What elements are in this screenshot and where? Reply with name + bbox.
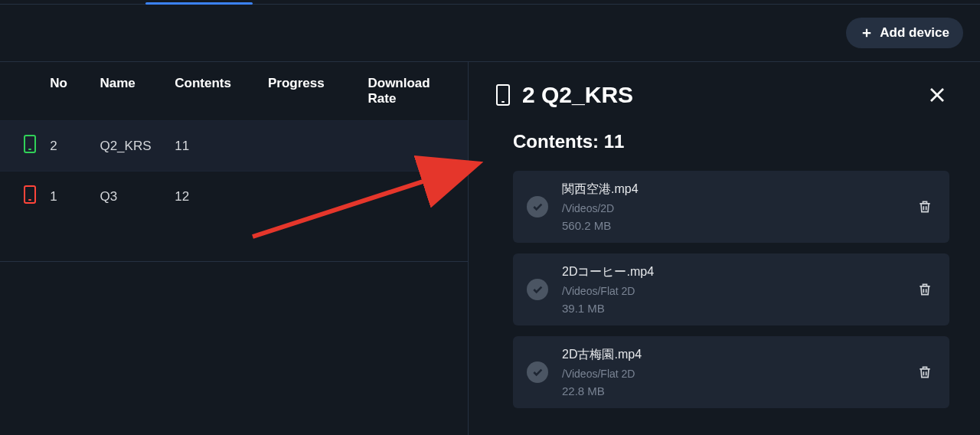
file-path: /Videos/Flat 2D bbox=[562, 285, 900, 297]
device-table-panel: No Name Contents Progress Download Rate … bbox=[0, 61, 469, 435]
delete-button[interactable] bbox=[914, 196, 936, 218]
add-device-button[interactable]: Add device bbox=[846, 18, 963, 48]
active-tab-indicator bbox=[145, 2, 253, 5]
detail-panel: 2 Q2_KRS Contents: 11 関西空港.mp4 /Videos/2… bbox=[469, 61, 980, 435]
cell-no: 1 bbox=[50, 172, 100, 222]
table-row[interactable]: 2 Q2_KRS 11 bbox=[0, 121, 468, 172]
col-name: Name bbox=[100, 62, 175, 121]
phone-icon bbox=[24, 135, 36, 153]
delete-button[interactable] bbox=[914, 361, 936, 383]
file-name: 2D古梅園.mp4 bbox=[562, 347, 900, 363]
cell-no: 2 bbox=[50, 121, 100, 172]
file-list: 関西空港.mp4 /Videos/2D 560.2 MB 2Dコーヒー.mp4 … bbox=[513, 171, 949, 408]
trash-icon bbox=[917, 365, 933, 380]
col-download-rate: Download Rate bbox=[368, 62, 468, 121]
file-size: 560.2 MB bbox=[562, 219, 900, 232]
file-name: 2Dコーヒー.mp4 bbox=[562, 264, 900, 280]
phone-icon bbox=[24, 185, 36, 204]
close-button[interactable] bbox=[925, 83, 949, 107]
device-table: No Name Contents Progress Download Rate … bbox=[0, 62, 468, 221]
phone-icon bbox=[496, 84, 510, 106]
list-item[interactable]: 2D古梅園.mp4 /Videos/Flat 2D 22.8 MB bbox=[513, 336, 949, 408]
cell-contents: 11 bbox=[175, 121, 268, 172]
trash-icon bbox=[917, 282, 933, 297]
cell-name: Q3 bbox=[100, 172, 175, 222]
check-circle-icon bbox=[527, 361, 548, 383]
check-circle-icon bbox=[527, 196, 548, 218]
detail-title: 2 Q2_KRS bbox=[522, 82, 633, 108]
col-progress: Progress bbox=[268, 62, 368, 121]
list-item[interactable]: 関西空港.mp4 /Videos/2D 560.2 MB bbox=[513, 171, 949, 243]
file-path: /Videos/2D bbox=[562, 202, 900, 214]
toolbar: Add device bbox=[0, 5, 980, 61]
cell-name: Q2_KRS bbox=[100, 121, 175, 172]
trash-icon bbox=[917, 199, 933, 214]
tab-strip bbox=[0, 0, 980, 5]
col-contents: Contents bbox=[175, 62, 268, 121]
contents-count-label: Contents: 11 bbox=[513, 131, 952, 152]
add-device-label: Add device bbox=[880, 25, 949, 41]
file-size: 22.8 MB bbox=[562, 384, 900, 397]
file-name: 関西空港.mp4 bbox=[562, 182, 900, 198]
close-icon bbox=[925, 83, 949, 107]
cell-contents: 12 bbox=[175, 172, 268, 222]
table-row[interactable]: 1 Q3 12 bbox=[0, 172, 468, 222]
file-size: 39.1 MB bbox=[562, 302, 900, 315]
delete-button[interactable] bbox=[914, 279, 936, 300]
plus-icon bbox=[860, 26, 874, 40]
check-circle-icon bbox=[527, 279, 548, 300]
list-item[interactable]: 2Dコーヒー.mp4 /Videos/Flat 2D 39.1 MB bbox=[513, 253, 949, 325]
col-no: No bbox=[50, 62, 100, 121]
file-path: /Videos/Flat 2D bbox=[562, 368, 900, 380]
